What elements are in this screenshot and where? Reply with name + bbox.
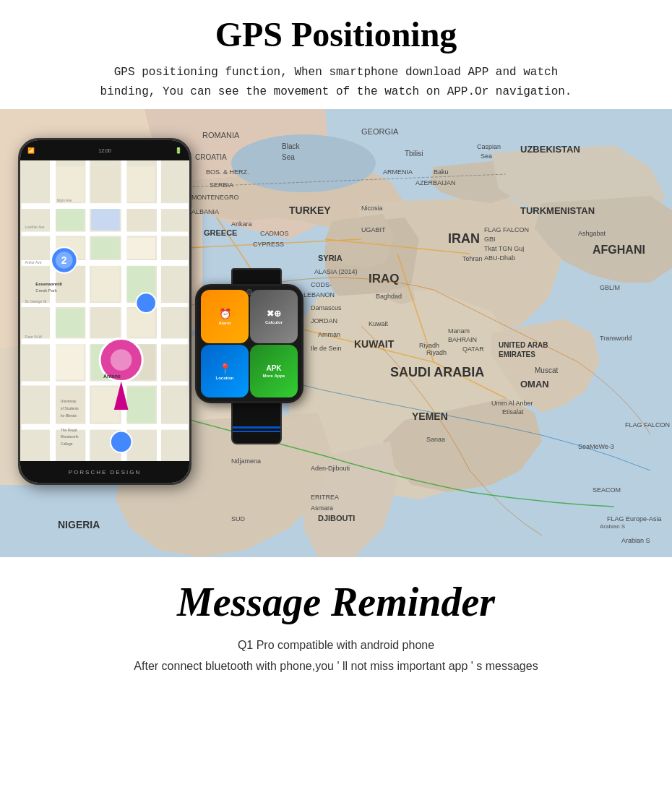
svg-text:FLAG FALCON: FLAG FALCON (484, 226, 529, 233)
svg-rect-140 (91, 309, 119, 337)
phone-footer: PORSCHE DESIGN (20, 461, 189, 483)
svg-text:of Students: of Students (61, 407, 79, 410)
svg-text:Baghdad: Baghdad (376, 293, 402, 300)
svg-rect-124 (85, 160, 90, 461)
svg-text:ERITREA: ERITREA (311, 494, 339, 501)
svg-point-158 (111, 350, 132, 371)
watch-body: ⏰ Alarm ✖⊕ Calculor 📍 Location APK More … (195, 284, 303, 403)
svg-text:SUD: SUD (231, 515, 246, 522)
svg-text:SEACOM: SEACOM (593, 486, 621, 494)
svg-text:Essenaonnill: Essenaonnill (35, 282, 62, 286)
watch-screen: ⏰ Alarm ✖⊕ Calculor 📍 Location APK More … (197, 286, 301, 401)
more-apps-icon: APK (266, 364, 281, 372)
svg-text:Umm Al Anber: Umm Al Anber (491, 400, 533, 407)
svg-text:DJIBOUTI: DJIBOUTI (318, 514, 355, 522)
svg-point-4 (231, 134, 376, 192)
svg-rect-125 (121, 160, 127, 461)
svg-rect-120 (22, 339, 189, 345)
svg-text:IRAN: IRAN (448, 231, 480, 246)
svg-text:Caspian: Caspian (477, 143, 501, 150)
smartphone-screen: 📶 12:00 🔋 (20, 140, 189, 483)
svg-rect-135 (127, 238, 155, 259)
svg-rect-123 (50, 160, 56, 461)
svg-rect-132 (127, 209, 155, 231)
gps-description: GPS positioning function, When smartphon… (29, 63, 643, 102)
svg-text:ALBANIA: ALBANIA (191, 208, 219, 215)
svg-text:SAUDI ARABIA: SAUDI ARABIA (390, 365, 484, 379)
svg-text:FLAG FALCON: FLAG FALCON (625, 421, 670, 429)
svg-text:FLAG Europe-Asia: FLAG Europe-Asia (607, 515, 662, 522)
svg-text:Riyadh: Riyadh (426, 349, 447, 356)
smartwatch-mockup: ⏰ Alarm ✖⊕ Calculor 📍 Location APK More … (195, 268, 318, 413)
svg-rect-128 (91, 166, 119, 202)
svg-rect-122 (22, 424, 189, 430)
svg-text:AZERBAIJAN: AZERBAIJAN (415, 179, 456, 186)
more-apps-label: More Apps (263, 374, 285, 378)
svg-text:Arabian S: Arabian S (621, 537, 650, 544)
svg-text:BAHRAIN: BAHRAIN (448, 336, 477, 343)
svg-rect-139 (56, 309, 84, 337)
svg-text:Asmara: Asmara (311, 504, 333, 512)
svg-text:OMAN: OMAN (520, 379, 549, 390)
svg-text:SYRIA: SYRIA (318, 254, 343, 262)
svg-text:Tkat TGN Guj: Tkat TGN Guj (484, 245, 524, 252)
svg-text:UNITED ARAB: UNITED ARAB (499, 341, 548, 349)
svg-text:Lowther Ave: Lowther Ave (25, 225, 45, 229)
svg-text:CADMOS: CADMOS (260, 230, 289, 237)
smartphone-mockup: 📶 12:00 🔋 (18, 138, 191, 485)
svg-text:University: University (61, 400, 77, 404)
gps-section: GPS Positioning GPS positioning function… (0, 0, 672, 109)
svg-text:Floor St W: Floor St W (25, 336, 43, 340)
svg-text:Ankara: Ankara (231, 220, 252, 228)
svg-text:Transworld: Transworld (600, 335, 632, 342)
svg-text:Aden-Djibouti: Aden-Djibouti (311, 465, 350, 472)
svg-text:GREECE: GREECE (204, 228, 237, 237)
svg-text:ROMANIA: ROMANIA (202, 131, 240, 139)
svg-text:Sea: Sea (481, 152, 492, 160)
svg-text:Woodworth: Woodworth (61, 436, 79, 439)
svg-point-155 (56, 252, 73, 270)
alarm-label: Alarm (218, 321, 231, 325)
phone-brand: PORSCHE DESIGN (20, 469, 189, 476)
svg-text:Black: Black (282, 142, 300, 150)
svg-text:KUWAIT: KUWAIT (354, 338, 395, 350)
svg-text:ABU-Dhab: ABU-Dhab (484, 254, 515, 262)
svg-text:Arabian S: Arabian S (600, 523, 625, 530)
phone-map-display: Elgin Ave Lowther Ave Arthur Ave St. Geo… (20, 160, 189, 461)
svg-text:Baku: Baku (434, 168, 449, 176)
svg-rect-141 (127, 309, 155, 337)
watch-band-bottom (231, 401, 282, 444)
gps-title: GPS Positioning (29, 14, 643, 54)
svg-rect-131 (91, 209, 119, 231)
svg-text:GEORGIA: GEORGIA (361, 127, 399, 136)
svg-text:Elgin Ave: Elgin Ave (57, 199, 72, 203)
svg-text:Nicosia: Nicosia (361, 205, 383, 212)
message-description: Q1 Pro compatible with android phone Aft… (29, 635, 643, 677)
svg-text:Muscat: Muscat (535, 366, 558, 374)
svg-rect-118 (22, 260, 189, 266)
svg-text:UGABIT: UGABIT (361, 226, 386, 233)
svg-rect-134 (91, 238, 119, 259)
svg-text:Sanaa: Sanaa (426, 436, 445, 443)
svg-rect-117 (22, 232, 189, 236)
svg-text:GBI: GBI (484, 236, 496, 243)
svg-text:Antone: Antone (103, 374, 121, 379)
message-title: Message Reminder (29, 579, 643, 625)
svg-rect-116 (22, 204, 189, 210)
svg-text:BOS. & HERZ.: BOS. & HERZ. (206, 168, 249, 176)
svg-text:ARMENIA: ARMENIA (383, 168, 413, 176)
svg-text:Arthur Ave: Arthur Ave (25, 261, 42, 265)
svg-text:College: College (61, 443, 73, 447)
location-icon: 📍 (219, 363, 231, 374)
svg-text:CROATIA: CROATIA (195, 153, 227, 161)
svg-rect-130 (56, 209, 84, 231)
phone-header: 📶 12:00 🔋 (20, 140, 189, 160)
svg-rect-137 (91, 266, 119, 301)
svg-rect-121 (22, 382, 189, 386)
svg-text:TURKEY: TURKEY (289, 205, 331, 216)
svg-text:The Royal: The Royal (61, 429, 77, 432)
svg-text:St. George St: St. George St (25, 301, 47, 304)
svg-rect-127 (56, 166, 84, 202)
svg-text:EMIRATES: EMIRATES (499, 351, 535, 358)
svg-text:Tbilisi: Tbilisi (405, 150, 423, 158)
